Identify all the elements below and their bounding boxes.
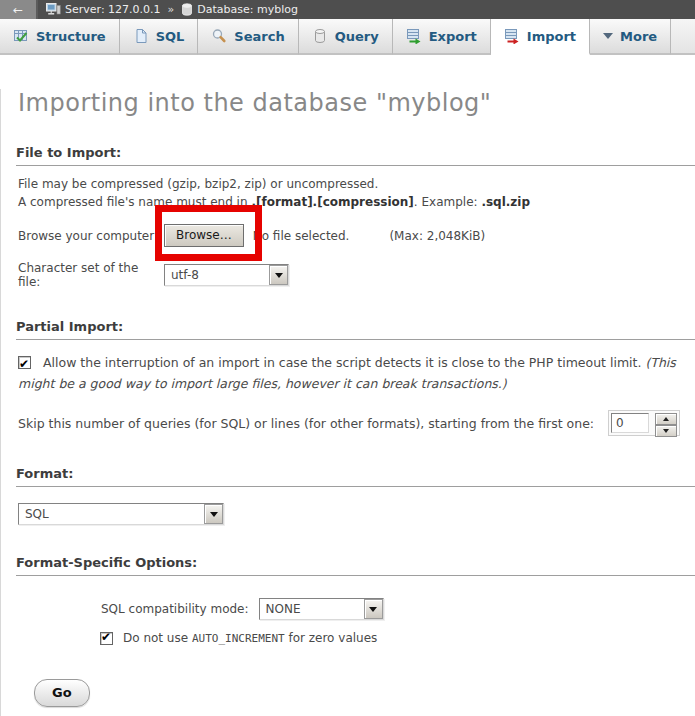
tab-search[interactable]: Search	[198, 19, 298, 55]
checkmark-icon: ✔	[101, 630, 111, 644]
charset-row: Character set of the file: utf-8	[18, 261, 695, 289]
browse-button[interactable]: Browse…	[164, 224, 244, 247]
filename-note: A compressed file's name must end in .[f…	[18, 194, 695, 210]
skip-queries-input[interactable]	[611, 413, 649, 433]
charset-select[interactable]: utf-8	[164, 264, 289, 286]
skip-queries-row: Skip this number of queries (for SQL) or…	[18, 410, 695, 436]
breadcrumb: Server: 127.0.0.1 » Database: myblog	[46, 3, 298, 16]
format-heading: Format:	[16, 466, 695, 487]
tab-more[interactable]: More	[590, 19, 671, 55]
browse-row: Browse your computer: Browse… No file se…	[18, 224, 695, 247]
server-icon	[46, 3, 61, 16]
sql-compatibility-label: SQL compatibility mode:	[101, 602, 249, 616]
spinner-down-icon	[663, 429, 669, 436]
auto-increment-checkbox[interactable]: ✔	[100, 632, 113, 645]
auto-increment-row: ✔ Do not use AUTO_INCREMENT for zero val…	[100, 631, 695, 645]
spinner-down-button[interactable]	[655, 425, 677, 437]
format-select-row: SQL	[18, 503, 695, 525]
database-icon	[181, 3, 193, 16]
no-file-text: No file selected.	[253, 229, 350, 243]
auto-increment-label: Do not use AUTO_INCREMENT for zero value…	[123, 631, 377, 645]
max-size-text: (Max: 2,048KiB)	[389, 229, 485, 243]
page-title: Importing into the database "myblog"	[18, 89, 695, 117]
charset-select-arrow-icon[interactable]	[269, 265, 288, 285]
tab-bar: Structure SQL Search Query	[0, 19, 695, 55]
format-select-arrow-icon[interactable]	[204, 504, 223, 524]
format-specific-options-heading: Format-Specific Options:	[16, 555, 695, 576]
browse-label: Browse your computer:	[18, 229, 164, 243]
tab-sql[interactable]: SQL	[120, 19, 199, 55]
skip-queries-label: Skip this number of queries (for SQL) or…	[18, 416, 594, 431]
tab-export[interactable]: Export	[393, 19, 491, 55]
back-button[interactable]: ←	[0, 0, 38, 19]
go-button[interactable]: Go	[34, 679, 90, 707]
partial-import-heading: Partial Import:	[16, 319, 695, 340]
compat-select-arrow-icon[interactable]	[364, 599, 383, 619]
sql-compatibility-select[interactable]: NONE	[259, 598, 384, 620]
sql-document-icon	[133, 28, 149, 44]
chevron-down-icon	[603, 33, 613, 44]
search-icon	[211, 28, 227, 44]
tab-import[interactable]: Import	[491, 19, 590, 55]
checkmark-icon: ✔	[19, 354, 29, 375]
tab-structure[interactable]: Structure	[0, 19, 120, 55]
allow-interruption-row: ✔ Allow the interruption of an import in…	[18, 352, 695, 394]
import-icon	[504, 28, 520, 44]
breadcrumb-bar: ← Server: 127.0.0.1 » Database: myblog	[0, 0, 695, 19]
sql-compatibility-row: SQL compatibility mode: NONE	[101, 598, 695, 620]
export-icon	[406, 28, 422, 44]
import-page: Importing into the database "myblog" Fil…	[0, 89, 695, 716]
tab-query[interactable]: Query	[299, 19, 393, 55]
breadcrumb-separator: »	[168, 3, 175, 16]
charset-label: Character set of the file:	[18, 261, 164, 289]
breadcrumb-database-link[interactable]: Database: myblog	[197, 3, 298, 16]
format-select[interactable]: SQL	[18, 503, 224, 525]
skip-queries-spinner	[608, 410, 680, 436]
compression-note: File may be compressed (gzip, bzip2, zip…	[18, 176, 695, 192]
breadcrumb-server-link[interactable]: Server: 127.0.0.1	[65, 3, 161, 16]
spinner-up-icon	[663, 414, 669, 421]
file-to-import-heading: File to Import:	[16, 145, 695, 166]
spinner-up-button[interactable]	[655, 413, 677, 425]
query-database-icon	[312, 28, 328, 44]
tabbar-filler	[671, 19, 695, 55]
structure-table-icon	[13, 28, 29, 44]
allow-interruption-checkbox[interactable]: ✔	[18, 356, 31, 369]
